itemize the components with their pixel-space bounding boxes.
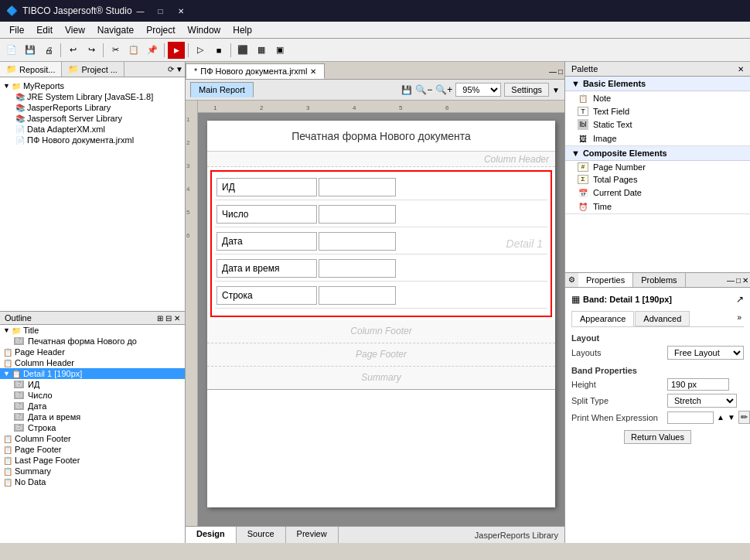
cut-button[interactable]: ✂	[107, 42, 124, 59]
properties-tab[interactable]: Properties	[578, 273, 633, 287]
paste-button[interactable]: 📌	[144, 42, 161, 59]
zoom-select[interactable]: 95% 100% 75% 50%	[455, 83, 501, 97]
undo-button[interactable]: ↩	[64, 42, 81, 59]
settings-button[interactable]: Settings	[504, 83, 549, 97]
print-when-up-icon[interactable]: ▲	[717, 413, 724, 422]
tab-max-icon[interactable]: □	[558, 67, 563, 76]
menu-edit[interactable]: Edit	[30, 23, 59, 37]
palette-image[interactable]: 🖼 Image	[565, 131, 750, 145]
appearance-tab[interactable]: Appearance	[571, 311, 634, 326]
run-button[interactable]: ▷	[192, 42, 209, 59]
outline-id[interactable]: lbl ИД	[0, 379, 185, 390]
repo-tab[interactable]: 📁 Reposit...	[0, 62, 62, 77]
prop-navigate-icon[interactable]: ↗	[736, 294, 744, 305]
palette-currentdate[interactable]: 📅 Current Date	[565, 186, 750, 200]
document-tab[interactable]: * ПФ Нового документа.jrxml ✕	[186, 63, 325, 79]
align-right-button[interactable]: ▣	[271, 42, 288, 59]
tab-close-button[interactable]: ✕	[310, 67, 316, 76]
outline-string[interactable]: lbl Строка	[0, 422, 185, 433]
outline-summary[interactable]: 📋 Summary	[0, 466, 185, 476]
copy-button[interactable]: 📋	[125, 42, 142, 59]
outline-pf[interactable]: lbl Печатная форма Нового до	[0, 336, 185, 347]
save-report-icon[interactable]: 💾	[401, 85, 412, 95]
outline-close-icon[interactable]: ✕	[174, 314, 180, 323]
menu-navigate[interactable]: Navigate	[91, 23, 140, 37]
tree-item-pf[interactable]: 📄 ПФ Нового документа.jrxml	[0, 135, 185, 145]
maximize-button[interactable]: □	[152, 5, 169, 17]
repo-sync-icon[interactable]: ⟳	[168, 65, 174, 73]
align-center-button[interactable]: ▦	[253, 42, 270, 59]
outline-nodata[interactable]: 📋 No Data	[0, 476, 185, 487]
tree-item-serverlib[interactable]: 📚 Jaspersoft Server Library	[0, 113, 185, 124]
currentdate-label: Current Date	[593, 188, 642, 197]
source-tab[interactable]: Source	[237, 527, 286, 543]
outline-last-page-footer[interactable]: 📋 Last Page Footer	[0, 455, 185, 466]
menu-file[interactable]: File	[3, 23, 30, 37]
tree-item-jre[interactable]: 📚 JRE System Library [JavaSE-1.8]	[0, 91, 185, 102]
main-report-tab[interactable]: Main Report	[190, 82, 254, 97]
zoom-in-icon[interactable]: 🔍+	[435, 84, 452, 95]
outline-number[interactable]: lbl Число	[0, 390, 185, 401]
palette-statictext[interactable]: lbl Static Text	[565, 118, 750, 131]
menu-view[interactable]: View	[59, 23, 91, 37]
menu-project[interactable]: Project	[140, 23, 181, 37]
palette-note[interactable]: 📋 Note	[565, 91, 750, 105]
menu-help[interactable]: Help	[227, 23, 258, 37]
prop-min-icon[interactable]: —	[727, 276, 735, 285]
preview-tab[interactable]: Preview	[286, 527, 339, 543]
expand-title[interactable]: ▼	[3, 326, 10, 334]
align-left-button[interactable]: ⬛	[234, 42, 251, 59]
outline-title-item[interactable]: ▼ 📁 Title	[0, 325, 185, 336]
detail-band[interactable]: ИД Число	[210, 170, 552, 317]
print-when-input[interactable]	[667, 411, 714, 424]
palette-textfield[interactable]: T Text Field	[565, 105, 750, 118]
tab-min-icon[interactable]: —	[549, 67, 557, 76]
project-tab[interactable]: 📁 Project ...	[62, 62, 124, 77]
stop-button[interactable]: ■	[210, 42, 227, 59]
prop-close-icon[interactable]: ✕	[742, 276, 748, 285]
palette-time[interactable]: ⏰ Time	[565, 200, 750, 213]
print-when-down-icon[interactable]: ▼	[728, 413, 735, 422]
advanced-tab[interactable]: Advanced	[635, 311, 690, 326]
outline-btn2[interactable]: ⊟	[165, 314, 172, 323]
problems-tab[interactable]: Problems	[633, 273, 685, 287]
zoom-out-icon[interactable]: 🔍−	[415, 84, 432, 95]
compile-button[interactable]: ▶	[168, 42, 185, 59]
return-values-button[interactable]: Return Values	[624, 430, 691, 444]
expand-myreports[interactable]: ▼	[3, 82, 10, 90]
expand-detail[interactable]: ▼	[3, 370, 10, 377]
menu-window[interactable]: Window	[182, 23, 227, 37]
repo-filter-icon[interactable]: ▼	[176, 65, 183, 73]
palette-pagenumber[interactable]: # Page Number	[565, 161, 750, 173]
outline-detail[interactable]: ▼ 📋 Detail 1 [190px]	[0, 368, 185, 379]
outline-page-footer[interactable]: 📋 Page Footer	[0, 444, 185, 455]
print-when-edit-icon[interactable]: ✏	[738, 411, 750, 424]
toolbar-sep2	[103, 43, 104, 57]
palette-totalpages[interactable]: Σ Total Pages	[565, 173, 750, 186]
prop-max-icon[interactable]: □	[736, 276, 741, 285]
outline-column-footer[interactable]: 📋 Column Footer	[0, 433, 185, 444]
settings-dropdown-icon[interactable]: ▼	[552, 86, 560, 94]
layouts-select[interactable]: Free Layout Table Layout List Layout	[667, 346, 744, 360]
height-input[interactable]	[667, 378, 729, 391]
design-tab[interactable]: Design	[186, 527, 237, 543]
save-button[interactable]: 💾	[22, 42, 39, 59]
outline-page-header[interactable]: 📋 Page Header	[0, 347, 185, 357]
print-button[interactable]: 🖨	[40, 42, 57, 59]
tree-item-jasperlib[interactable]: 📚 JasperReports Library	[0, 102, 185, 113]
basic-elements-header[interactable]: ▼ Basic Elements	[565, 77, 750, 91]
outline-column-header[interactable]: 📋 Column Header	[0, 357, 185, 368]
prop-expand-icon[interactable]: »	[735, 311, 744, 326]
outline-date[interactable]: lbl Дата	[0, 401, 185, 411]
outline-btn1[interactable]: ⊞	[157, 314, 163, 323]
new-button[interactable]: 📄	[3, 42, 20, 59]
composite-elements-header[interactable]: ▼ Composite Elements	[565, 146, 750, 161]
minimize-button[interactable]: —	[132, 5, 149, 17]
tree-item-dataadapter[interactable]: 📄 Data AdapterXM.xml	[0, 124, 185, 135]
split-type-select[interactable]: Stretch Prevent Immediate	[667, 394, 737, 408]
redo-button[interactable]: ↪	[83, 42, 100, 59]
palette-close-icon[interactable]: ✕	[738, 65, 744, 73]
outline-datetime[interactable]: lbl Дата и время	[0, 411, 185, 422]
close-button[interactable]: ✕	[172, 5, 189, 17]
tree-item-myreports[interactable]: ▼ 📁 MyReports	[0, 80, 185, 91]
